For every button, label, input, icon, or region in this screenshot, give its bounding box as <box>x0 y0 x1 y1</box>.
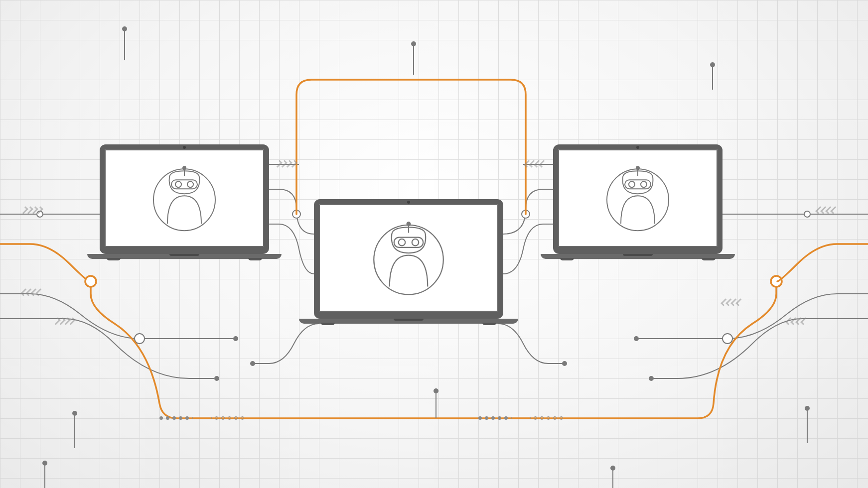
chevron-left-icon <box>22 289 41 296</box>
webcam-dot <box>183 146 186 149</box>
webcam-dot <box>636 146 639 149</box>
dot-track-icon <box>159 416 244 420</box>
laptop-right <box>553 144 723 259</box>
chevron-right-icon <box>277 160 295 167</box>
laptop-screen <box>100 144 269 254</box>
chevron-right-icon <box>22 207 41 214</box>
chevron-left-icon <box>787 318 806 325</box>
chevron-left-icon <box>817 207 836 214</box>
webcam-dot <box>407 201 410 204</box>
laptop-screen <box>314 199 503 319</box>
dot-track-icon <box>478 416 563 420</box>
robot-icon <box>145 160 224 240</box>
chevron-left-icon <box>526 160 545 167</box>
laptop-screen <box>553 144 723 254</box>
laptop-base <box>87 254 282 259</box>
robot-icon <box>364 215 453 305</box>
robot-icon <box>598 160 678 240</box>
laptop-center <box>314 199 503 324</box>
laptop-base <box>299 319 518 324</box>
chevron-right-icon <box>55 318 74 325</box>
chevron-left-icon <box>723 299 741 306</box>
laptop-left <box>100 144 269 259</box>
laptop-base <box>541 254 735 259</box>
diagram-canvas <box>0 0 868 488</box>
